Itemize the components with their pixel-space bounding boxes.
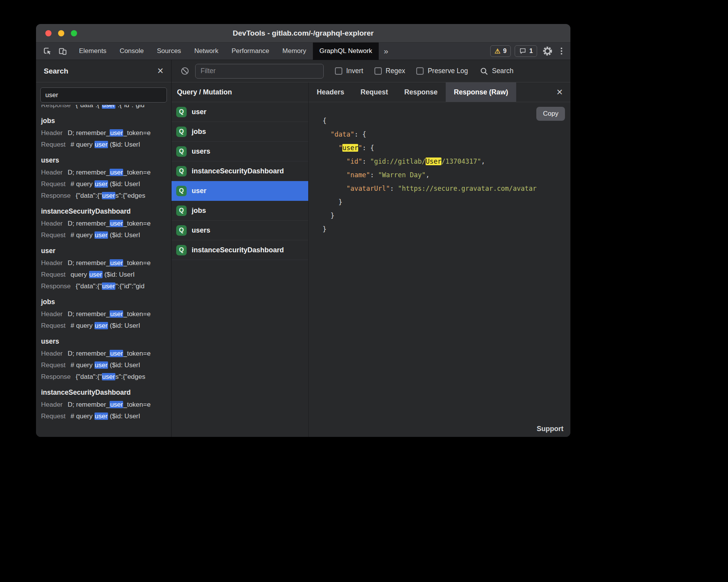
json-line: "user": { bbox=[323, 141, 570, 155]
query-list-item-label: jobs bbox=[192, 207, 206, 215]
response-raw-content: Copy { "data": { "user": { "id": "gid://… bbox=[309, 102, 570, 437]
search-result-group-title[interactable]: instanceSecurityDashboard bbox=[41, 205, 166, 218]
tab-graphql-network[interactable]: GraphQL Network bbox=[313, 43, 379, 60]
search-result-line-content: # query user ($id: UserI bbox=[70, 413, 140, 420]
json-segment: "id" bbox=[346, 157, 362, 165]
search-result-group-title[interactable]: jobs bbox=[41, 295, 166, 308]
inspect-element-button[interactable] bbox=[41, 45, 54, 58]
query-list-item[interactable]: Qusers bbox=[172, 142, 308, 161]
search-result-group-title[interactable]: instanceSecurityDashboard bbox=[41, 386, 166, 399]
search-result-line[interactable]: HeaderD; remember_user_token=e bbox=[41, 218, 166, 229]
tab-performance[interactable]: Performance bbox=[225, 43, 276, 60]
clear-requests-button[interactable] bbox=[180, 67, 189, 75]
search-result-line[interactable]: HeaderD; remember_user_token=e bbox=[41, 127, 166, 139]
details-tab-headers[interactable]: Headers bbox=[309, 82, 352, 102]
search-result-group-title[interactable]: users bbox=[41, 154, 166, 167]
checkbox-box[interactable] bbox=[335, 67, 342, 75]
search-result-group-title[interactable]: jobs bbox=[41, 114, 166, 127]
search-result-line[interactable]: HeaderD; remember_user_token=e bbox=[41, 348, 166, 359]
query-list-item[interactable]: Qjobs bbox=[172, 122, 308, 142]
more-tabs-button[interactable]: » bbox=[379, 46, 393, 56]
match-segment: user bbox=[110, 220, 123, 227]
match-segment: user bbox=[89, 271, 103, 278]
search-panel-body: Response{"data":{"user":{"id":"gidjobsHe… bbox=[36, 82, 171, 437]
settings-button[interactable] bbox=[541, 45, 554, 58]
query-list-item[interactable]: Qjobs bbox=[172, 201, 308, 221]
json-segment: : bbox=[390, 185, 398, 192]
search-result-group: instanceSecurityDashboardHeaderD; rememb… bbox=[41, 386, 166, 422]
query-list-item-label: users bbox=[192, 226, 210, 235]
filter-input[interactable] bbox=[195, 64, 324, 79]
tab-network[interactable]: Network bbox=[188, 43, 225, 60]
search-result-line[interactable]: Response{"data":{"users":{"edges bbox=[41, 371, 166, 383]
tab-sources[interactable]: Sources bbox=[150, 43, 187, 60]
search-result-line[interactable]: HeaderD; remember_user_token=e bbox=[41, 257, 166, 269]
search-result-line[interactable]: Request# query user ($id: UserI bbox=[41, 359, 166, 371]
search-result-line[interactable]: Response{"data":{"user":{"id":"gid bbox=[41, 105, 166, 111]
json-segment: } bbox=[323, 212, 335, 219]
search-results: Response{"data":{"user":{"id":"gidjobsHe… bbox=[40, 105, 167, 437]
json-line: "avatarUrl": "https://secure.gravatar.co… bbox=[323, 182, 570, 195]
search-result-line-label: Header bbox=[41, 401, 63, 408]
checkbox-label: Preserve Log bbox=[428, 67, 468, 75]
checkbox-box[interactable] bbox=[416, 67, 424, 75]
checkbox-regex[interactable]: Regex bbox=[374, 67, 405, 75]
device-toolbar-button[interactable] bbox=[56, 45, 69, 58]
match-segment: user bbox=[94, 322, 108, 329]
details-tab-response-raw[interactable]: Response (Raw) bbox=[446, 82, 516, 102]
query-list-item[interactable]: QinstanceSecurityDashboard bbox=[172, 240, 308, 260]
match-segment: _token=e bbox=[123, 401, 150, 408]
console-warnings-badge[interactable]: ⚠ 9 bbox=[490, 45, 511, 57]
query-list-item[interactable]: Quser bbox=[172, 102, 308, 122]
search-result-line[interactable]: Request# query user ($id: UserI bbox=[41, 229, 166, 241]
search-result-line[interactable]: HeaderD; remember_user_token=e bbox=[41, 167, 166, 178]
search-result-line[interactable]: HeaderD; remember_user_token=e bbox=[41, 308, 166, 320]
query-list-item[interactable]: Qusers bbox=[172, 221, 308, 240]
checkbox-invert[interactable]: Invert bbox=[335, 67, 363, 75]
details-close-button[interactable]: × bbox=[556, 87, 570, 98]
search-result-line[interactable]: Request# query user ($id: UserI bbox=[41, 320, 166, 332]
maximize-window-button[interactable] bbox=[71, 30, 77, 36]
search-result-line[interactable]: HeaderD; remember_user_token=e bbox=[41, 399, 166, 411]
checkbox-preserve-log[interactable]: Preserve Log bbox=[416, 67, 468, 75]
search-panel-header: Search × bbox=[36, 60, 171, 82]
checkbox-box[interactable] bbox=[374, 67, 382, 75]
search-result-line[interactable]: Request# query user ($id: UserI bbox=[41, 178, 166, 190]
json-segment: /13704317" bbox=[441, 157, 481, 165]
search-result-line-content: {"data":{"user":{"id":"gid bbox=[76, 282, 145, 290]
query-list-item[interactable]: Quser bbox=[172, 181, 308, 201]
search-result-line[interactable]: Response{"data":{"users":{"edges bbox=[41, 190, 166, 202]
search-result-line[interactable]: Request# query user ($id: UserI bbox=[41, 139, 166, 151]
json-segment: , bbox=[481, 157, 485, 165]
search-result-line[interactable]: Request# query user ($id: UserI bbox=[41, 411, 166, 422]
match-segment: user bbox=[94, 413, 108, 420]
search-result-line[interactable]: Requestquery user ($id: UserI bbox=[41, 269, 166, 281]
search-result-group-title[interactable]: users bbox=[41, 335, 166, 348]
minimize-window-button[interactable] bbox=[58, 30, 64, 36]
search-result-line-label: Response bbox=[41, 192, 71, 199]
issues-badge[interactable]: 1 bbox=[515, 45, 537, 57]
tab-console[interactable]: Console bbox=[113, 43, 150, 60]
search-panel-close-button[interactable]: × bbox=[157, 66, 163, 76]
tab-elements[interactable]: Elements bbox=[72, 43, 113, 60]
close-window-button[interactable] bbox=[45, 30, 52, 36]
search-result-line-content: # query user ($id: UserI bbox=[70, 322, 140, 329]
search-input[interactable] bbox=[40, 87, 167, 103]
json-line: "id": "gid://gitlab/User/13704317", bbox=[323, 155, 570, 168]
search-result-line[interactable]: Response{"data":{"user":{"id":"gid bbox=[41, 281, 166, 292]
query-list-item[interactable]: QinstanceSecurityDashboard bbox=[172, 161, 308, 181]
copy-button[interactable]: Copy bbox=[536, 107, 565, 121]
details-tab-request[interactable]: Request bbox=[352, 82, 396, 102]
search-result-line-content: D; remember_user_token=e bbox=[68, 310, 151, 318]
support-link[interactable]: Support bbox=[537, 425, 563, 433]
match-segment: user bbox=[102, 282, 115, 290]
json-segment: " bbox=[358, 144, 362, 152]
tab-memory[interactable]: Memory bbox=[276, 43, 312, 60]
toolbar-search[interactable]: Search bbox=[480, 67, 513, 75]
match-segment: D; remember_ bbox=[68, 220, 110, 227]
menu-button[interactable] bbox=[558, 48, 565, 55]
search-result-group-title[interactable]: user bbox=[41, 244, 166, 257]
search-result-group: instanceSecurityDashboardHeaderD; rememb… bbox=[41, 205, 166, 241]
network-region: InvertRegexPreserve Log Search Query / M… bbox=[172, 60, 570, 437]
details-tab-response[interactable]: Response bbox=[396, 82, 446, 102]
